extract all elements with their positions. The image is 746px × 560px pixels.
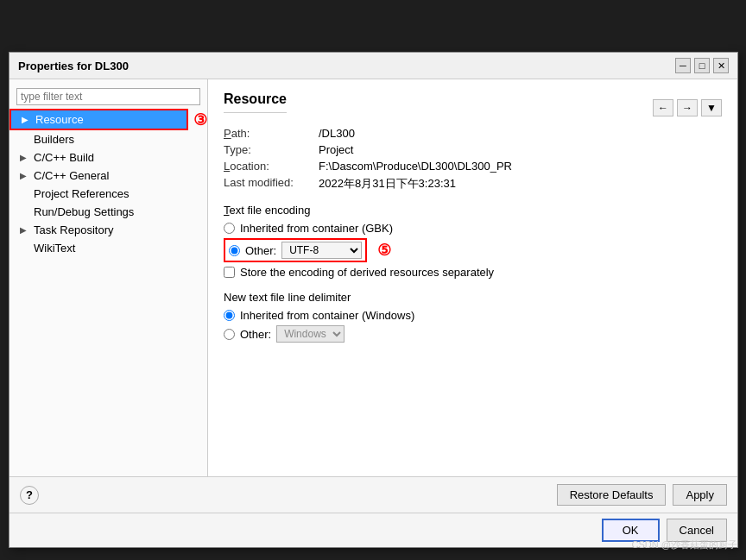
encoding-inherited-label: Inherited from container (GBK)	[240, 222, 393, 235]
task-repo-arrow: ▶	[20, 225, 30, 235]
cpp-general-arrow: ▶	[20, 171, 30, 180]
prop-type-label: Type:	[224, 143, 319, 156]
sidebar-item-resource[interactable]: ▶ Resource	[9, 109, 188, 130]
sidebar-item-run-debug[interactable]: Run/Debug Settings	[9, 203, 207, 221]
csdn-watermark: CSDN @沙香菇蛋的厨子	[632, 538, 737, 551]
restore-defaults-button[interactable]: Restore Defaults	[557, 484, 667, 506]
sidebar-item-task-repository[interactable]: ▶ Task Repository	[9, 221, 207, 239]
sidebar-item-task-repository-label: Task Repository	[34, 223, 113, 236]
sidebar-item-project-references-label: Project References	[34, 187, 130, 200]
prop-location: Location: F:\Dascom\Produce\DL300\DL300_…	[224, 160, 722, 173]
encoding-radio1-row: Inherited from container (GBK)	[224, 222, 722, 235]
nav-arrows: ← → ▼	[653, 99, 722, 116]
sidebar-item-cpp-build-label: C/C++ Build	[34, 151, 94, 164]
encoding-radio2-row: Other: UTF-8 GBK ISO-8859-1 UTF-16 ⑤	[224, 238, 722, 262]
delimiter-inherited-label: Inherited from container (Windows)	[240, 309, 414, 322]
encoding-inherited-radio[interactable]	[224, 223, 235, 234]
dialog-close[interactable]: ✕	[713, 58, 729, 73]
dialog-titlebar: Properties for DL300 ─ □ ✕	[9, 53, 737, 79]
prop-location-label: Location:	[224, 160, 319, 173]
prop-path-value: /DL300	[319, 127, 355, 140]
footer-left: ?	[20, 486, 39, 505]
store-encoding-checkbox[interactable]	[224, 267, 235, 278]
encoding-checkbox-row: Store the encoding of derived resources …	[224, 266, 722, 279]
prop-location-value: F:\Dascom\Produce\DL300\DL300_PR	[319, 160, 512, 173]
dialog-title: Properties for DL300	[18, 60, 129, 72]
dialog-maximize[interactable]: □	[694, 58, 710, 73]
sidebar-item-cpp-general[interactable]: ▶ C/C++ General	[9, 167, 207, 185]
sidebar-item-builders-label: Builders	[34, 133, 74, 146]
dialog-sidebar: ▶ Resource ③ Builders ▶ C/C++ Build ▶ C/…	[9, 79, 208, 476]
delimiter-other-radio[interactable]	[224, 329, 235, 340]
text-encoding-section: Text file encoding	[224, 204, 722, 217]
resource-arrow: ▶	[22, 115, 32, 124]
apply-button[interactable]: Apply	[673, 484, 727, 506]
content-section-title: Resource	[224, 91, 287, 113]
dialog-minimize[interactable]: ─	[675, 58, 691, 73]
nav-back[interactable]: ←	[653, 99, 673, 116]
dialog-okcancel: OK Cancel	[9, 513, 737, 547]
dialog-content: Resource ← → ▼ Path: /DL300 Type: Projec…	[208, 79, 737, 476]
prop-last-modified-value: 2022年8月31日下午3:23:31	[319, 176, 456, 192]
prop-path-label: Path:	[224, 127, 319, 140]
footer-right: Restore Defaults Apply	[557, 484, 727, 506]
nav-forward[interactable]: →	[677, 99, 698, 116]
sidebar-item-cpp-build[interactable]: ▶ C/C++ Build	[9, 148, 207, 167]
prop-type-value: Project	[319, 143, 353, 156]
delimiter-other-label: Other:	[240, 328, 271, 341]
line-delimiter-section: New text file line delimiter	[224, 291, 722, 304]
encoding-other-radio[interactable]	[229, 245, 240, 256]
sidebar-item-cpp-general-label: C/C++ General	[34, 169, 109, 182]
dialog-body: ▶ Resource ③ Builders ▶ C/C++ Build ▶ C/…	[9, 79, 737, 476]
sidebar-item-run-debug-label: Run/Debug Settings	[34, 205, 134, 218]
sidebar-item-project-references[interactable]: Project References	[9, 185, 207, 203]
prop-last-modified-label: Last modified:	[224, 176, 319, 192]
sidebar-item-wikitext-label: WikiText	[34, 242, 75, 255]
annotation-3: ③	[193, 110, 207, 129]
annotation-5: ⑤	[377, 241, 391, 260]
nav-dropdown[interactable]: ▼	[701, 99, 722, 116]
prop-type: Type: Project	[224, 143, 722, 156]
delimiter-radio2-row: Other: Windows Unix Mac	[224, 325, 722, 343]
delimiter-radio1-row: Inherited from container (Windows)	[224, 309, 722, 322]
store-encoding-label: Store the encoding of derived resources …	[240, 266, 494, 279]
dialog-window-controls: ─ □ ✕	[675, 58, 729, 73]
cpp-build-arrow: ▶	[20, 153, 30, 162]
help-icon[interactable]: ?	[20, 486, 39, 505]
prop-last-modified: Last modified: 2022年8月31日下午3:23:31	[224, 176, 722, 192]
sidebar-item-wikitext[interactable]: WikiText	[9, 239, 207, 257]
delimiter-inherited-radio[interactable]	[224, 310, 235, 321]
encoding-other-label: Other:	[245, 244, 276, 257]
dialog-footer: ? Restore Defaults Apply	[9, 476, 737, 513]
prop-path: Path: /DL300	[224, 127, 722, 140]
sidebar-item-builders[interactable]: Builders	[9, 130, 207, 148]
delimiter-select[interactable]: Windows Unix Mac	[276, 325, 345, 343]
sidebar-item-resource-label: Resource	[35, 113, 84, 126]
properties-dialog: Properties for DL300 ─ □ ✕ ▶ Resource ③ …	[9, 52, 738, 548]
filter-input[interactable]	[16, 88, 200, 105]
encoding-select[interactable]: UTF-8 GBK ISO-8859-1 UTF-16	[281, 242, 362, 259]
